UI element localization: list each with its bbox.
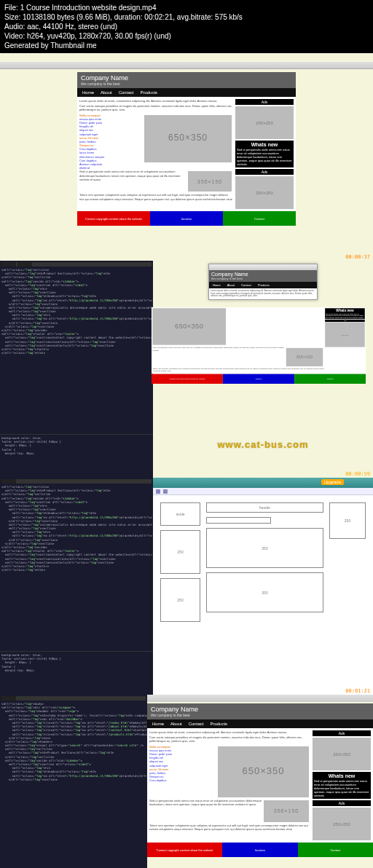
wireframe: Upgrade aside 250 250 header 350 350 250 bbox=[153, 478, 373, 695]
thumbnail-panel-1: Company Name this company is the best Ho… bbox=[0, 53, 373, 261]
nav-home[interactable]: Home bbox=[211, 283, 223, 288]
main-nav: Home About Contact Products bbox=[209, 282, 317, 288]
footer: Contact copyright content about the webs… bbox=[77, 211, 296, 226]
meta-video: Video: h264, yuv420p, 1280x720, 30.00 fp… bbox=[4, 31, 369, 41]
wf-header-box[interactable]: header bbox=[206, 502, 323, 513]
small-body: Lorem ipsum dolor sit amet, consectetur … bbox=[209, 288, 317, 299]
lorem-4: Totam rem aperiam voluptatem quia volupt… bbox=[152, 368, 324, 373]
css-pane[interactable]: background-color: blue;footer section:la… bbox=[0, 651, 153, 695]
nav-products[interactable]: Products bbox=[208, 721, 229, 727]
wf-icon-row bbox=[153, 488, 373, 495]
lorem-2: Cum sociis natoque penatibus et magnis d… bbox=[149, 735, 310, 743]
code-editor[interactable]: <attr">class="tag">article> <attr">class… bbox=[0, 478, 153, 695]
browser-chrome bbox=[147, 695, 373, 702]
wf-box[interactable] bbox=[206, 517, 271, 524]
placeholder-image-large: 650×350 bbox=[218, 746, 309, 797]
ad-box-2: 250×250 bbox=[235, 176, 294, 209]
footer-red: Contact copyright content about the webs… bbox=[152, 374, 223, 383]
window-titlebar bbox=[209, 264, 317, 270]
placeholder-image-small: 350×150 bbox=[264, 800, 309, 822]
upgrade-button[interactable]: Upgrade bbox=[321, 479, 344, 485]
whats-new-text: Sed ut perspiciatis unde omnis iste natu… bbox=[314, 779, 369, 797]
ads-header-2: Ads bbox=[235, 169, 294, 175]
editor-tabs bbox=[1, 479, 152, 484]
sidebar: Ads 250×250 Whats new Sed ut perspiciati… bbox=[235, 99, 294, 209]
meta-file: File: 1 Course Introduction website desi… bbox=[4, 3, 369, 12]
timestamp: 00:00:59 bbox=[345, 471, 370, 477]
nav-contact[interactable]: Contact bbox=[186, 721, 206, 727]
meta-size: Size: 10138180 bytes (9.66 MiB), duratio… bbox=[4, 12, 369, 22]
editor-tabs bbox=[1, 696, 146, 701]
video-metadata: File: 1 Course Introduction website desi… bbox=[0, 0, 373, 53]
meta-gen: Generated by Thumbnail me bbox=[4, 41, 369, 50]
footer-blue: location bbox=[223, 374, 294, 383]
whats-new-text: Sed ut perspiciatis unde omnis iste natu… bbox=[237, 148, 292, 166]
code-editor[interactable]: <attr">class="tag">body><attr">class="ta… bbox=[0, 695, 147, 868]
bg-preview: 650×350 350×150 Sed ut perspiciatis unde… bbox=[153, 304, 373, 489]
nav-home[interactable]: Home bbox=[150, 721, 166, 727]
whats-new: Whats new Sed ut perspiciatis unde omnis… bbox=[313, 772, 371, 799]
wf-box[interactable]: aside bbox=[160, 502, 200, 526]
main-nav: Home About Contact Products bbox=[147, 719, 373, 728]
footer-green: Contact bbox=[298, 843, 373, 857]
wf-box[interactable]: 350 bbox=[206, 528, 323, 568]
whats-new-title: Whats new bbox=[326, 309, 364, 312]
small-window: Company Name this company is the best Ho… bbox=[208, 264, 318, 300]
placeholder-image-small: 350×150 bbox=[188, 171, 232, 192]
editor-tab[interactable] bbox=[1, 479, 16, 484]
editor-tab[interactable] bbox=[1, 696, 16, 701]
placeholder-image-small: 350×150 bbox=[286, 348, 323, 366]
lorem-1: Lorem ipsum dolor sit amet, consectetur … bbox=[79, 99, 233, 103]
company-name: Company Name bbox=[81, 74, 292, 82]
site-header: Company Name this company is the best bbox=[147, 703, 373, 719]
footer-green: Contact bbox=[294, 374, 366, 383]
nav-contact[interactable]: Contact bbox=[239, 283, 254, 288]
nav-products[interactable]: Products bbox=[256, 283, 272, 288]
editor-content[interactable]: <attr">class="tag">article> <attr">class… bbox=[1, 485, 152, 572]
tool-icon[interactable] bbox=[156, 489, 160, 494]
thumbnail-panel-2: <attr">class="tag">article> <attr">class… bbox=[0, 261, 373, 478]
tagline: this company is the best bbox=[151, 713, 369, 717]
nav-about[interactable]: About bbox=[168, 721, 184, 727]
meta-audio: Audio: aac, 44100 Hz, stereo (und) bbox=[4, 22, 369, 31]
editor-tab[interactable] bbox=[17, 262, 32, 267]
sidebar: Ads 250×250 Whats new Sed ut perspiciati… bbox=[313, 730, 371, 840]
placeholder-image-large: 650×350 bbox=[152, 308, 226, 344]
wf-mid-col: header 350 350 bbox=[206, 502, 323, 626]
css-pane[interactable]: background-color: blue;footer section:la… bbox=[0, 434, 153, 478]
wf-right-col: 250 bbox=[329, 502, 366, 626]
nav-products[interactable]: Products bbox=[138, 90, 160, 95]
wf-box[interactable]: 250 bbox=[160, 578, 200, 622]
ads-header-2: Ads bbox=[313, 800, 371, 806]
tagline: this company is the best bbox=[211, 277, 315, 280]
wf-box[interactable]: 250 bbox=[329, 502, 366, 539]
nav-contact[interactable]: Contact bbox=[117, 90, 136, 95]
editor-tabs bbox=[1, 262, 152, 267]
list-item[interactable]: Cras dapibus bbox=[149, 778, 182, 782]
main-content: Lorem ipsum dolor sit amet, consectetur … bbox=[79, 99, 233, 209]
footer-green: Contact bbox=[223, 211, 296, 226]
thumbnail-panel-3: <attr">class="tag">article> <attr">class… bbox=[0, 478, 373, 695]
site-header: Company Name this company is the best bbox=[209, 270, 317, 282]
site-body: Lorem ipsum dolor sit amet, consectetur … bbox=[77, 97, 296, 211]
editor-content[interactable]: <attr">class="tag">article> <attr">class… bbox=[1, 268, 152, 355]
footer: Contact copyright content about the webs… bbox=[147, 843, 373, 857]
editor-content[interactable]: <attr">class="tag">body><attr">class="ta… bbox=[1, 702, 146, 781]
watermark: www.cat-bus.com bbox=[217, 439, 308, 450]
editor-tab[interactable] bbox=[1, 262, 16, 267]
ads-header: Ads bbox=[313, 730, 371, 736]
tool-icon[interactable] bbox=[163, 489, 168, 494]
wf-box[interactable]: 350 bbox=[206, 572, 323, 612]
wf-box[interactable]: 250 bbox=[160, 530, 200, 574]
placeholder-image-large: 650×350 bbox=[144, 115, 232, 162]
nav-about[interactable]: About bbox=[225, 283, 237, 288]
ad-box: 250×250 bbox=[325, 323, 365, 347]
site-header: Company Name this company is the best bbox=[77, 72, 296, 88]
nav-about[interactable]: About bbox=[98, 90, 114, 95]
code-editor[interactable]: <attr">class="tag">article> <attr">class… bbox=[0, 261, 153, 478]
ad-box-1: 250×250 bbox=[235, 106, 294, 139]
nav-home[interactable]: Home bbox=[80, 90, 96, 95]
wf-left-col: aside 250 250 bbox=[160, 502, 200, 626]
footer-blue: location bbox=[150, 211, 223, 226]
wf-canvas[interactable]: aside 250 250 header 350 350 250 bbox=[153, 495, 373, 634]
